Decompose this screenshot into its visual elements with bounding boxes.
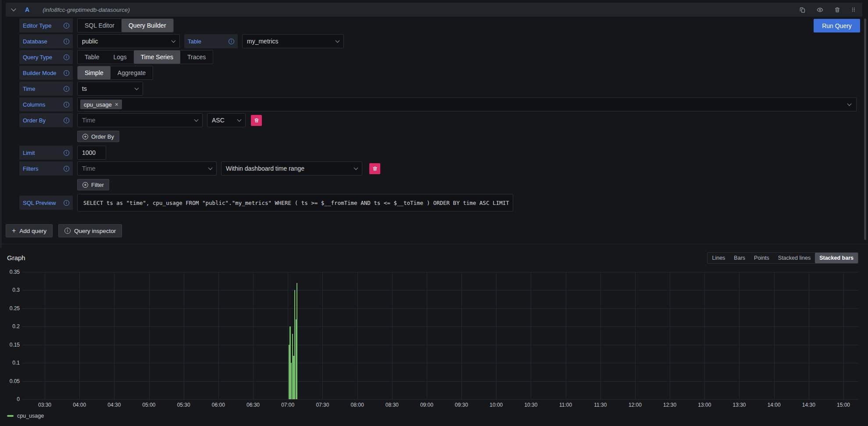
legend-item-cpu-usage[interactable]: cpu_usage	[7, 413, 44, 419]
option-query-builder[interactable]: Query Builder	[121, 19, 173, 32]
remove-order-by-button[interactable]	[251, 115, 262, 126]
editor-type-switch: SQL EditorQuery Builder	[77, 18, 174, 32]
collapse-chevron-icon[interactable]	[11, 6, 16, 11]
order-direction-select[interactable]: ASC	[207, 113, 246, 127]
remove-tag-icon[interactable]: ×	[115, 101, 118, 107]
query-type-switch: TableLogsTime SeriesTraces	[77, 50, 213, 64]
gridline-horizontal	[22, 290, 858, 290]
builder-mode-switch: SimpleAggregate	[77, 66, 153, 80]
chevron-down-icon	[194, 118, 199, 122]
duplicate-query-icon[interactable]	[799, 7, 806, 13]
order-by-field-select[interactable]: Time	[77, 113, 203, 127]
hide-response-eye-icon[interactable]	[816, 7, 824, 13]
field-label-text: Editor Type	[23, 22, 52, 29]
x-axis-tick-label: 09:00	[414, 402, 439, 408]
query-inspector-button[interactable]: Query inspector	[58, 224, 122, 237]
legend-label: cpu_usage	[17, 413, 44, 419]
gridline-vertical	[739, 272, 739, 399]
add-order-by-row: Order By	[19, 131, 857, 142]
option-logs[interactable]: Logs	[106, 50, 133, 64]
field-label-text: Time	[23, 86, 35, 92]
selected-value: Within dashboard time range	[226, 165, 304, 172]
y-axis-tick-label: 0.2	[0, 323, 20, 329]
x-axis-tick-label: 07:00	[275, 402, 300, 408]
selected-value: public	[82, 38, 98, 45]
datasource-name: (info8fcc-greptimedb-datasource)	[43, 7, 130, 13]
button-label: Order By	[91, 133, 114, 140]
gridline-vertical	[635, 272, 636, 399]
trash-icon	[254, 118, 259, 123]
info-icon[interactable]	[64, 70, 69, 76]
x-axis-tick-label: 08:30	[380, 402, 404, 408]
limit-input[interactable]	[77, 146, 106, 160]
selected-value: my_metrics	[247, 38, 279, 45]
remove-filter-button[interactable]	[369, 163, 380, 174]
x-axis-tick-label: 09:30	[449, 402, 474, 408]
y-axis-tick-label: 0.35	[0, 269, 20, 275]
x-axis-tick-label: 12:00	[623, 402, 647, 408]
gridline-vertical	[600, 272, 601, 399]
filter-field-select[interactable]: Time	[77, 161, 217, 175]
time-column-select[interactable]: ts	[77, 82, 143, 96]
option-traces[interactable]: Traces	[180, 50, 213, 64]
x-axis-tick-label: 10:30	[518, 402, 543, 408]
gridline-vertical	[427, 272, 427, 399]
time-series-chart: 00.050.10.150.20.250.30.3503:3004:0004:3…	[0, 248, 868, 426]
database-select[interactable]: public	[77, 34, 180, 48]
chevron-down-icon	[208, 166, 213, 170]
field-label-text: Builder Mode	[23, 70, 57, 76]
option-aggregate[interactable]: Aggregate	[111, 66, 153, 79]
info-icon[interactable]	[64, 118, 69, 123]
info-icon[interactable]	[64, 39, 69, 44]
info-icon[interactable]	[64, 166, 69, 172]
button-label: Add query	[19, 228, 46, 234]
option-simple[interactable]: Simple	[78, 66, 111, 79]
x-axis-tick-label: 14:00	[762, 402, 786, 408]
info-icon[interactable]	[64, 102, 69, 107]
filter-condition-select[interactable]: Within dashboard time range	[221, 161, 362, 175]
field-label-text: Table	[188, 38, 201, 45]
scrollbar-thumb[interactable]	[864, 18, 866, 240]
table-select[interactable]: my_metrics	[242, 34, 344, 48]
option-table[interactable]: Table	[78, 50, 106, 64]
chevron-down-icon	[171, 39, 176, 43]
add-filter-button[interactable]: Filter	[77, 179, 109, 190]
field-label-text: Filters	[23, 165, 38, 172]
x-axis-tick-label: 13:30	[727, 402, 751, 408]
gridline-horizontal	[22, 363, 858, 363]
add-query-button[interactable]: + Add query	[6, 224, 53, 237]
trash-icon	[372, 166, 378, 172]
button-label: Filter	[91, 182, 104, 188]
drag-handle-icon[interactable]	[851, 6, 856, 13]
add-order-by-button[interactable]: Order By	[77, 131, 119, 142]
gridline-vertical	[322, 272, 323, 399]
gridline-vertical	[566, 272, 566, 399]
chevron-down-icon	[847, 102, 852, 106]
info-icon[interactable]	[229, 39, 234, 44]
field-label-builder-mode: Builder Mode	[19, 66, 73, 80]
info-icon[interactable]	[64, 200, 69, 206]
columns-multiselect[interactable]: cpu_usage ×	[77, 97, 857, 111]
info-icon[interactable]	[64, 150, 69, 156]
option-time-series[interactable]: Time Series	[134, 50, 180, 64]
x-axis-tick-label: 05:30	[171, 402, 196, 408]
query-row-header[interactable]: A (info8fcc-greptimedb-datasource)	[6, 3, 862, 17]
delete-query-icon[interactable]	[834, 7, 840, 13]
gridline-vertical	[184, 272, 184, 399]
x-axis-tick-label: 11:30	[588, 402, 613, 408]
option-sql-editor[interactable]: SQL Editor	[78, 19, 121, 32]
limit-row: Limit	[19, 146, 857, 160]
gridline-horizontal	[22, 326, 858, 327]
info-icon[interactable]	[64, 54, 69, 60]
info-icon[interactable]	[64, 23, 69, 29]
info-icon[interactable]	[64, 86, 69, 92]
gridline-vertical	[461, 272, 462, 399]
y-axis-tick-label: 0.15	[0, 342, 20, 348]
chevron-down-icon	[354, 166, 358, 170]
field-label-limit: Limit	[19, 146, 73, 160]
add-filter-row: Filter	[19, 179, 857, 190]
field-label-editor-type: Editor Type	[19, 18, 73, 32]
gridline-vertical	[843, 272, 844, 399]
circle-plus-icon	[82, 182, 88, 188]
x-axis-tick-label: 03:30	[32, 402, 57, 408]
